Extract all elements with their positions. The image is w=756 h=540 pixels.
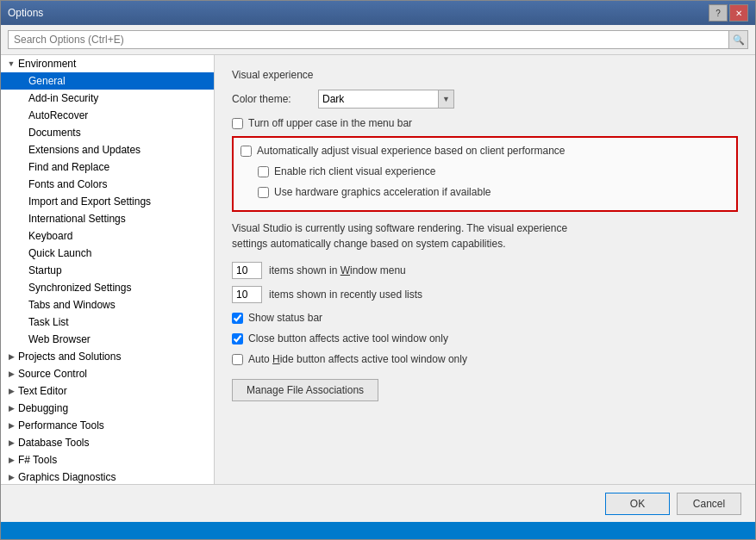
expand-icon-fsharp: ▶ [4, 453, 18, 467]
status-bar-row: Show status bar [232, 310, 738, 326]
recently-used-input[interactable] [232, 286, 262, 303]
close-btn-checkbox[interactable] [232, 333, 243, 344]
sidebar-item-web-label: Web Browser [28, 333, 91, 345]
window-menu-input[interactable] [232, 262, 262, 279]
dropdown-arrow-icon: ▼ [439, 90, 454, 109]
color-theme-row: Color theme: Blue Dark Light ▼ [232, 90, 738, 109]
sidebar-item-addin-security[interactable]: Add-in Security [1, 90, 214, 107]
sidebar-item-international[interactable]: International Settings [1, 210, 214, 227]
content-area: Visual experience Color theme: Blue Dark… [215, 55, 755, 484]
status-bar-label[interactable]: Show status bar [248, 312, 322, 324]
sidebar-item-find-replace-label: Find and Replace [28, 161, 109, 173]
ok-button[interactable]: OK [605, 493, 670, 515]
sidebar-item-extensions-label: Extensions and Updates [28, 144, 141, 156]
sidebar-item-general[interactable]: General [1, 72, 214, 90]
sidebar-item-synchronized[interactable]: Synchronized Settings [1, 279, 214, 296]
expand-icon-text: ▶ [4, 384, 18, 398]
uppercase-checkbox[interactable] [232, 118, 243, 129]
sidebar-item-text-label: Text Editor [18, 385, 67, 397]
auto-adjust-label[interactable]: Automatically adjust visual experience b… [257, 145, 565, 157]
sidebar-item-database-label: Database Tools [18, 437, 90, 449]
expand-icon-environment: ▼ [4, 57, 18, 71]
title-bar-buttons: ? ✕ [709, 4, 748, 22]
sidebar-item-startup-label: Startup [28, 264, 62, 276]
auto-adjust-row: Automatically adjust visual experience b… [241, 143, 729, 158]
sidebar-item-quick-launch-label: Quick Launch [28, 247, 91, 259]
rich-client-checkbox[interactable] [258, 166, 269, 177]
sidebar-item-tabs-windows[interactable]: Tabs and Windows [1, 296, 214, 313]
auto-adjust-checkbox[interactable] [241, 146, 252, 157]
expand-icon-projects: ▶ [4, 350, 18, 363]
sidebar-item-import-export[interactable]: Import and Export Settings [1, 193, 214, 210]
help-button[interactable]: ? [709, 4, 728, 22]
dialog-title: Options [8, 7, 43, 19]
auto-hide-label[interactable]: Auto Hide button affects active tool win… [248, 353, 467, 365]
sidebar-item-find-replace[interactable]: Find and Replace [1, 158, 214, 176]
hide-underline: H [272, 353, 280, 365]
sidebar-item-tabs-label: Tabs and Windows [28, 299, 116, 311]
close-btn-row: Close button affects active tool window … [232, 331, 738, 346]
expand-icon-debugging: ▶ [4, 401, 18, 415]
window-menu-row: items shown in Window menu [232, 262, 738, 279]
sidebar-item-projects[interactable]: ▶ Projects and Solutions [1, 348, 214, 365]
expand-icon-source: ▶ [4, 367, 18, 381]
color-theme-dropdown[interactable]: Blue Dark Light [318, 90, 439, 109]
sidebar-item-performance-label: Performance Tools [18, 419, 104, 431]
sidebar-item-source-control[interactable]: ▶ Source Control [1, 365, 214, 382]
manage-file-assoc-button[interactable]: Manage File Associations [232, 379, 378, 401]
rich-client-label[interactable]: Enable rich client visual experience [274, 165, 435, 177]
status-bar-checkbox[interactable] [232, 313, 243, 324]
expand-icon-performance: ▶ [4, 419, 18, 432]
sidebar-item-addin-label: Add-in Security [28, 92, 98, 104]
sidebar-item-environment[interactable]: ▼ Environment [1, 55, 214, 72]
sidebar-item-fsharp[interactable]: ▶ F# Tools [1, 451, 214, 469]
sidebar-item-debugging[interactable]: ▶ Debugging [1, 400, 214, 417]
sidebar-item-text-editor[interactable]: ▶ Text Editor [1, 382, 214, 400]
expand-icon-database: ▶ [4, 436, 18, 450]
sidebar-item-fsharp-label: F# Tools [18, 454, 57, 466]
sidebar-item-task-list[interactable]: Task List [1, 313, 214, 331]
sidebar-item-extensions[interactable]: Extensions and Updates [1, 141, 214, 158]
color-theme-label: Color theme: [232, 93, 318, 105]
sidebar-item-environment-label: Environment [18, 58, 76, 70]
sidebar-item-source-label: Source Control [18, 368, 87, 380]
sidebar-item-graphics[interactable]: ▶ Graphics Diagnostics [1, 469, 214, 484]
sidebar-item-database[interactable]: ▶ Database Tools [1, 434, 214, 451]
dropdown-container: Blue Dark Light ▼ [318, 90, 454, 109]
sidebar-item-fonts-colors[interactable]: Fonts and Colors [1, 176, 214, 193]
sidebar-item-documents[interactable]: Documents [1, 124, 214, 141]
sidebar-item-international-label: International Settings [28, 213, 126, 225]
dialog-footer: OK Cancel [1, 484, 755, 522]
cancel-button[interactable]: Cancel [677, 493, 741, 515]
close-button[interactable]: ✕ [729, 4, 748, 22]
sidebar-item-keyboard-label: Keyboard [28, 230, 72, 242]
uppercase-label[interactable]: Turn off upper case in the menu bar [248, 117, 412, 129]
sidebar: ▼ Environment General Add-in Security Au… [1, 55, 215, 484]
sidebar-item-startup[interactable]: Startup [1, 262, 214, 279]
sidebar-item-quick-launch[interactable]: Quick Launch [1, 245, 214, 262]
sidebar-item-autorecover-label: AutoRecover [28, 109, 88, 121]
sidebar-item-debugging-label: Debugging [18, 402, 68, 414]
window-underline: W [341, 264, 350, 276]
title-bar: Options ? ✕ [1, 1, 755, 25]
search-button[interactable]: 🔍 [729, 30, 748, 49]
sidebar-item-synchronized-label: Synchronized Settings [28, 282, 131, 294]
dialog-content: 🔍 ▼ Environment General Add-in Security … [1, 25, 755, 484]
sidebar-item-web-browser[interactable]: Web Browser [1, 331, 214, 348]
search-bar: 🔍 [1, 25, 755, 55]
sidebar-item-keyboard[interactable]: Keyboard [1, 227, 214, 245]
close-btn-label[interactable]: Close button affects active tool window … [248, 332, 448, 344]
hardware-accel-label[interactable]: Use hardware graphics acceleration if av… [274, 186, 490, 198]
uppercase-row: Turn off upper case in the menu bar [232, 115, 738, 131]
main-area: ▼ Environment General Add-in Security Au… [1, 55, 755, 484]
status-bar [1, 522, 755, 539]
options-dialog: Options ? ✕ 🔍 ▼ Environment General [0, 0, 756, 540]
sidebar-item-autorecover[interactable]: AutoRecover [1, 107, 214, 124]
hardware-accel-checkbox[interactable] [258, 187, 269, 198]
hardware-accel-row: Use hardware graphics acceleration if av… [241, 184, 729, 200]
sidebar-item-import-label: Import and Export Settings [28, 196, 151, 208]
sidebar-item-graphics-label: Graphics Diagnostics [18, 471, 116, 483]
auto-hide-checkbox[interactable] [232, 354, 243, 365]
sidebar-item-performance[interactable]: ▶ Performance Tools [1, 417, 214, 434]
search-input[interactable] [8, 30, 729, 49]
